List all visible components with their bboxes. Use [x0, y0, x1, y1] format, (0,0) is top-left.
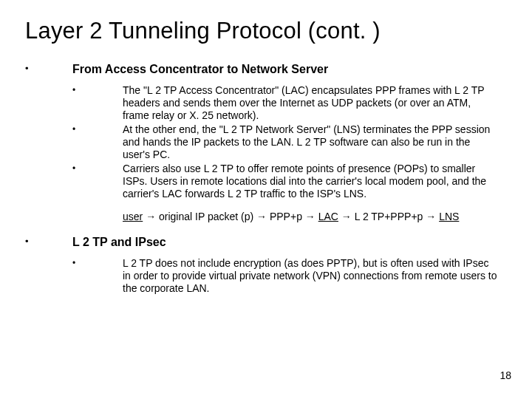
arrow-icon: → [256, 211, 267, 222]
bullet-icon: • [72, 163, 123, 175]
flow-node-user: user [123, 211, 143, 222]
section-2-heading-row: • L 2 TP and IPsec [25, 235, 507, 250]
arrow-icon: → [341, 211, 352, 222]
list-item: • At the other end, the "L 2 TP Network … [72, 123, 507, 161]
list-item-text: The "L 2 TP Access Concentrator" (LAC) e… [123, 84, 499, 122]
section-1-heading: From Access Concentrator to Network Serv… [72, 62, 328, 77]
flow-node-ppp: PPP+p [270, 211, 302, 222]
list-item-text: L 2 TP does not include encryption (as d… [123, 257, 499, 295]
arrow-icon: → [305, 211, 316, 222]
section-1-items: • The "L 2 TP Access Concentrator" (LAC)… [72, 84, 507, 200]
flow-node-l2tp: L 2 TP+PPP+p [355, 211, 423, 222]
list-item-text: At the other end, the "L 2 TP Network Se… [123, 123, 499, 161]
flow-node-ip-packet: original IP packet (p) [159, 211, 253, 222]
list-item: • L 2 TP does not include encryption (as… [72, 257, 507, 295]
page-title: Layer 2 Tunneling Protocol (cont. ) [25, 18, 507, 44]
list-item: • The "L 2 TP Access Concentrator" (LAC)… [72, 84, 507, 122]
section-1-heading-row: • From Access Concentrator to Network Se… [25, 62, 507, 77]
slide: Layer 2 Tunneling Protocol (cont. ) • Fr… [0, 0, 532, 399]
bullet-icon: • [72, 257, 123, 270]
arrow-icon: → [426, 211, 436, 222]
encapsulation-flow: user → original IP packet (p) → PPP+p → … [123, 211, 507, 223]
bullet-icon: • [25, 235, 72, 248]
bullet-icon: • [25, 62, 72, 75]
section-2-items: • L 2 TP does not include encryption (as… [72, 257, 507, 295]
flow-node-lac: LAC [318, 211, 338, 222]
arrow-icon: → [146, 211, 156, 222]
flow-node-lns: LNS [439, 211, 459, 222]
section-2-heading: L 2 TP and IPsec [72, 235, 166, 250]
page-number: 18 [499, 369, 511, 381]
list-item: • Carriers also use L 2 TP to offer remo… [72, 163, 507, 200]
bullet-icon: • [72, 123, 123, 136]
bullet-icon: • [72, 84, 123, 97]
list-item-text: Carriers also use L 2 TP to offer remote… [123, 163, 499, 200]
